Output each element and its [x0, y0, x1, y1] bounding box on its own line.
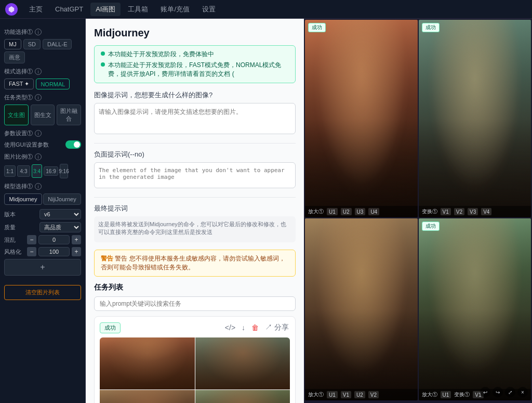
task-action-share[interactable]: ↗ 分享: [264, 322, 290, 333]
gallery-v3-2[interactable]: V3: [468, 208, 478, 215]
gallery-footer-2: 变换① V1 V2 V3 V4: [419, 206, 531, 217]
model-tab-midjourney[interactable]: Midjourney: [4, 193, 42, 205]
add-task-button[interactable]: +: [4, 259, 81, 276]
stylize-value: 100: [38, 247, 70, 256]
notice-line-2: 本功能正处于开发预览阶段，FAST模式免费，NORMAL模式免费，提供开放API…: [101, 61, 289, 79]
gallery-upscale-label-3: 放大①: [308, 391, 324, 398]
params-section-label: 参数设置① i: [4, 129, 81, 137]
gallery-upscale-label-4: 放大①: [422, 391, 437, 398]
ratio-1-1[interactable]: 1:1: [4, 165, 16, 177]
gallery-u3-1[interactable]: U3: [355, 208, 366, 215]
gui-toggle[interactable]: [65, 140, 81, 149]
divider-1: [94, 143, 296, 144]
gallery-u1-3[interactable]: U1: [327, 391, 338, 398]
task-search-input[interactable]: [94, 296, 296, 311]
nav-toolbox[interactable]: 工具箱: [123, 3, 153, 16]
task-card-1: 成功 </> ↓ 🗑 ↗ 分享: [94, 316, 296, 403]
stylize-decrement[interactable]: −: [27, 247, 36, 256]
ratio-4-3[interactable]: 4:3: [17, 165, 30, 177]
gallery-ctrl-close[interactable]: ×: [517, 387, 528, 397]
gallery-footer-3: 放大① U1 V1 U2 V2: [305, 389, 418, 400]
version-param-row: 版本 v6v5.2v5.1v5: [4, 209, 81, 219]
gallery-status-2: 成功: [422, 23, 440, 32]
gallery-u2-3[interactable]: U2: [354, 391, 365, 398]
thumb-cell-4: [195, 390, 290, 404]
chaos-increment[interactable]: +: [72, 235, 81, 244]
mode-tab-fast[interactable]: FAST ✦: [4, 79, 34, 89]
stylize-label: 风格化: [4, 248, 21, 256]
ratio-section-label: 图片比例① i: [4, 153, 81, 161]
stylize-increment[interactable]: +: [72, 247, 81, 256]
nav-ai-draw[interactable]: AI画图: [90, 3, 121, 16]
ratio-16-9[interactable]: 16:9: [44, 166, 58, 176]
nav-chatgpt[interactable]: ChatGPT: [50, 3, 88, 15]
gui-toggle-row: 使用GUI设置参数: [4, 140, 81, 149]
task-type-merge[interactable]: 图片融合: [57, 105, 81, 125]
thumb-grid: [100, 337, 290, 403]
ratio-3-4[interactable]: 3:4: [32, 164, 42, 178]
chaos-value: 0: [38, 235, 70, 244]
gallery-item-1: 成功 放大① U1 U2 U3 U4: [305, 20, 418, 217]
nav-billing[interactable]: 账单/充值: [155, 3, 195, 16]
function-tab-sd[interactable]: SD: [23, 39, 41, 49]
gui-toggle-label: 使用GUI设置参数: [4, 141, 49, 149]
task-type-text2img[interactable]: 文生图: [4, 105, 29, 125]
gallery-v2-2[interactable]: V2: [454, 208, 464, 215]
quality-select[interactable]: 高品质普通: [39, 222, 81, 232]
mode-info-icon[interactable]: i: [35, 68, 42, 75]
function-tab-huayi[interactable]: 画意: [4, 51, 25, 63]
task-actions: </> ↓ 🗑 ↗ 分享: [224, 322, 290, 333]
model-section-label: 模型选择① i: [4, 183, 81, 190]
warning-text: 警告 您不得使用本服务生成敏感内容，请勿尝试输入敏感词，否则可能会导致报错或任务…: [101, 255, 285, 271]
clear-gallery-button[interactable]: 清空图片列表: [4, 285, 81, 300]
function-info-icon[interactable]: i: [35, 29, 42, 35]
gallery-u1-1[interactable]: U1: [327, 208, 338, 215]
gallery-ctrl-expand[interactable]: ⤢: [505, 387, 515, 397]
center-panel: Midjourney 本功能处于开发预览阶段，免费体验中 本功能正处于开发预览阶…: [86, 19, 304, 403]
mode-tab-normal[interactable]: NORMAL: [36, 79, 70, 89]
ratio-9-16[interactable]: 9:16: [60, 164, 68, 178]
panel-title: Midjourney: [94, 27, 296, 39]
gallery-u1-4[interactable]: U1: [441, 391, 451, 398]
chaos-param-row: 混乱 − 0 +: [4, 235, 81, 244]
gallery-ctrl-redo[interactable]: ↪: [493, 387, 503, 397]
task-action-delete[interactable]: 🗑: [250, 322, 260, 333]
ratio-group: 1:1 4:3 3:4 16:9 9:16: [4, 164, 81, 178]
model-tab-niji[interactable]: NijiJourney: [43, 193, 81, 205]
chaos-decrement[interactable]: −: [27, 235, 36, 244]
task-action-code[interactable]: </>: [224, 322, 236, 333]
right-gallery: 成功 放大① U1 U2 U3 U4 成功 变换① V1 V2 V3 V4: [304, 19, 532, 403]
task-type-info-icon[interactable]: i: [35, 94, 42, 101]
gallery-footer-1: 放大① U1 U2 U3 U4: [305, 206, 418, 217]
gallery-v4-2[interactable]: V4: [481, 208, 491, 215]
task-type-group: 文生图 图生文 图片融合: [4, 105, 81, 125]
gallery-ctrl-undo[interactable]: ↩: [480, 387, 490, 397]
task-action-download[interactable]: ↓: [241, 322, 246, 333]
gallery-v1-2[interactable]: V1: [441, 208, 451, 215]
function-section-label: 功能选择① i: [4, 28, 81, 36]
top-nav: 主页 ChatGPT AI画图 工具箱 账单/充值 设置: [0, 0, 532, 19]
warning-box: 警告 警告 您不得使用本服务生成敏感内容，请勿尝试输入敏感词，否则可能会导致报错…: [94, 250, 296, 277]
task-type-img2text[interactable]: 图生文: [31, 105, 55, 125]
final-prompt-label: 最终提示词: [94, 204, 296, 213]
nav-settings[interactable]: 设置: [197, 3, 221, 16]
gallery-status-4: 成功: [422, 222, 440, 231]
params-info-icon[interactable]: i: [35, 130, 42, 137]
ratio-info-icon[interactable]: i: [35, 153, 42, 160]
function-tab-mj[interactable]: MJ: [4, 39, 21, 49]
negative-textarea[interactable]: [94, 162, 296, 188]
prompt-textarea[interactable]: [94, 103, 296, 134]
divider-2: [94, 197, 296, 198]
model-info-icon[interactable]: i: [35, 183, 42, 190]
quality-label: 质量: [4, 224, 16, 231]
function-tab-dalle[interactable]: DALL-E: [43, 39, 72, 49]
nav-home[interactable]: 主页: [24, 3, 48, 16]
gallery-v1-3[interactable]: V1: [341, 391, 351, 398]
prompt-section: 图像提示词，您想要生成什么样的图像?: [94, 90, 296, 136]
version-label: 版本: [4, 211, 16, 218]
gallery-u2-1[interactable]: U2: [341, 208, 352, 215]
version-select[interactable]: v6v5.2v5.1v5: [39, 209, 81, 219]
gallery-u4-1[interactable]: U4: [368, 208, 379, 215]
app-logo: [5, 3, 18, 16]
gallery-v2-3[interactable]: V2: [368, 391, 379, 398]
